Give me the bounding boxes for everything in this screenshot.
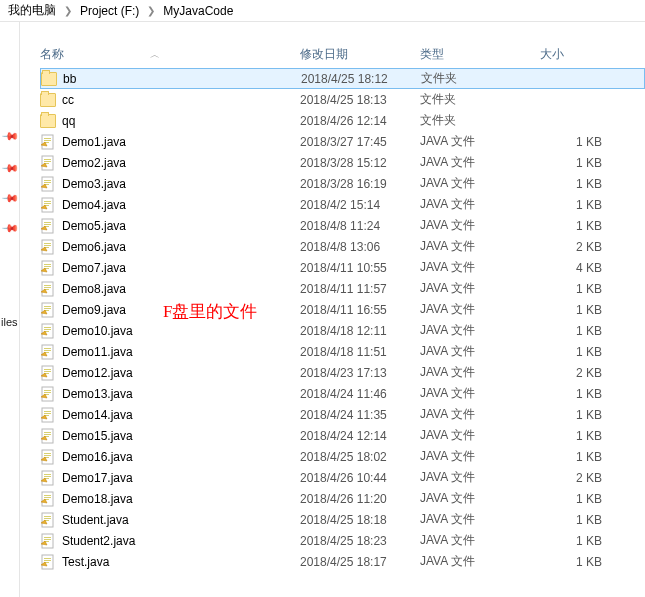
file-date-cell: 2018/4/18 11:51 — [300, 345, 420, 359]
file-type-cell: JAVA 文件 — [420, 175, 540, 192]
svg-rect-74 — [44, 518, 51, 519]
file-name-cell: Demo15.java — [40, 428, 300, 444]
file-name-label: Demo15.java — [62, 429, 133, 443]
file-date-cell: 2018/4/24 12:14 — [300, 429, 420, 443]
column-header-name[interactable]: 名称 ︿ — [40, 46, 300, 63]
file-name-cell: Demo7.java — [40, 260, 300, 276]
file-name-cell: Demo5.java — [40, 218, 300, 234]
file-size-cell: 1 KB — [540, 324, 610, 338]
file-date-cell: 2018/4/26 10:44 — [300, 471, 420, 485]
table-row[interactable]: bb2018/4/25 18:12文件夹 — [40, 68, 645, 89]
file-name-label: Demo5.java — [62, 219, 126, 233]
table-row[interactable]: Demo18.java2018/4/26 11:20JAVA 文件1 KB — [40, 488, 645, 509]
svg-rect-65 — [44, 474, 51, 475]
table-row[interactable]: Demo14.java2018/4/24 11:35JAVA 文件1 KB — [40, 404, 645, 425]
file-type-cell: JAVA 文件 — [420, 238, 540, 255]
java-file-icon — [40, 491, 56, 507]
file-size-cell: 1 KB — [540, 492, 610, 506]
java-file-icon — [40, 344, 56, 360]
table-row[interactable]: qq2018/4/26 12:14文件夹 — [40, 110, 645, 131]
table-row[interactable]: Demo1.java2018/3/27 17:45JAVA 文件1 KB — [40, 131, 645, 152]
file-name-cell: Demo11.java — [40, 344, 300, 360]
column-header-date[interactable]: 修改日期 — [300, 46, 420, 63]
java-file-icon — [40, 260, 56, 276]
svg-rect-78 — [44, 539, 51, 540]
table-row[interactable]: Demo2.java2018/3/28 15:12JAVA 文件1 KB — [40, 152, 645, 173]
table-row[interactable]: Demo3.java2018/3/28 16:19JAVA 文件1 KB — [40, 173, 645, 194]
table-row[interactable]: Demo17.java2018/4/26 10:44JAVA 文件2 KB — [40, 467, 645, 488]
table-row[interactable]: Demo5.java2018/4/8 11:24JAVA 文件1 KB — [40, 215, 645, 236]
breadcrumb-item-folder[interactable]: MyJavaCode — [163, 4, 233, 18]
table-row[interactable]: Demo16.java2018/4/25 18:02JAVA 文件1 KB — [40, 446, 645, 467]
file-name-cell: Demo18.java — [40, 491, 300, 507]
table-row[interactable]: Demo4.java2018/4/2 15:14JAVA 文件1 KB — [40, 194, 645, 215]
file-type-cell: JAVA 文件 — [420, 406, 540, 423]
column-header-size[interactable]: 大小 — [540, 46, 610, 63]
file-name-label: Demo12.java — [62, 366, 133, 380]
breadcrumb-item-drive[interactable]: Project (F:) — [80, 4, 139, 18]
file-date-cell: 2018/4/26 11:20 — [300, 492, 420, 506]
file-name-label: Demo16.java — [62, 450, 133, 464]
file-name-cell: Demo12.java — [40, 365, 300, 381]
svg-rect-13 — [44, 201, 51, 202]
file-type-cell: JAVA 文件 — [420, 532, 540, 549]
file-name-cell: Demo1.java — [40, 134, 300, 150]
svg-rect-34 — [44, 308, 51, 309]
svg-rect-30 — [44, 287, 51, 288]
table-row[interactable]: Test.java2018/4/25 18:17JAVA 文件1 KB — [40, 551, 645, 572]
svg-rect-54 — [44, 413, 51, 414]
table-row[interactable]: Demo8.java2018/4/11 11:57JAVA 文件1 KB — [40, 278, 645, 299]
file-type-cell: JAVA 文件 — [420, 343, 540, 360]
table-row[interactable]: Demo10.java2018/4/18 12:11JAVA 文件1 KB — [40, 320, 645, 341]
svg-rect-53 — [44, 411, 51, 412]
column-header-type[interactable]: 类型 — [420, 46, 540, 63]
file-name-label: Demo1.java — [62, 135, 126, 149]
file-name-cell: Demo4.java — [40, 197, 300, 213]
folder-icon — [40, 93, 56, 107]
svg-rect-42 — [44, 350, 51, 351]
java-file-icon — [40, 512, 56, 528]
file-name-cell: Demo16.java — [40, 449, 300, 465]
file-date-cell: 2018/4/26 12:14 — [300, 114, 420, 128]
table-row[interactable]: Demo6.java2018/4/8 13:06JAVA 文件2 KB — [40, 236, 645, 257]
java-file-icon — [40, 197, 56, 213]
file-type-cell: JAVA 文件 — [420, 469, 540, 486]
file-name-label: Demo14.java — [62, 408, 133, 422]
svg-rect-22 — [44, 245, 51, 246]
file-name-cell: Demo2.java — [40, 155, 300, 171]
java-file-icon — [40, 134, 56, 150]
file-date-cell: 2018/4/25 18:17 — [300, 555, 420, 569]
table-row[interactable]: Student2.java2018/4/25 18:23JAVA 文件1 KB — [40, 530, 645, 551]
java-file-icon — [40, 365, 56, 381]
svg-rect-17 — [44, 222, 51, 223]
file-type-cell: JAVA 文件 — [420, 511, 540, 528]
table-row[interactable]: Student.java2018/4/25 18:18JAVA 文件1 KB — [40, 509, 645, 530]
sort-asc-icon: ︿ — [150, 48, 160, 62]
file-date-cell: 2018/4/25 18:13 — [300, 93, 420, 107]
svg-rect-62 — [44, 455, 51, 456]
svg-rect-69 — [44, 495, 51, 496]
file-name-label: Demo11.java — [62, 345, 133, 359]
breadcrumb[interactable]: 我的电脑 ❯ Project (F:) ❯ MyJavaCode — [0, 0, 645, 22]
table-row[interactable]: Demo13.java2018/4/24 11:46JAVA 文件1 KB — [40, 383, 645, 404]
svg-rect-57 — [44, 432, 51, 433]
file-name-label: Demo13.java — [62, 387, 133, 401]
java-file-icon — [40, 470, 56, 486]
table-row[interactable]: Demo11.java2018/4/18 11:51JAVA 文件1 KB — [40, 341, 645, 362]
table-row[interactable]: Demo7.java2018/4/11 10:55JAVA 文件4 KB — [40, 257, 645, 278]
file-size-cell: 1 KB — [540, 219, 610, 233]
file-type-cell: 文件夹 — [421, 70, 541, 87]
file-date-cell: 2018/3/28 15:12 — [300, 156, 420, 170]
table-row[interactable]: cc2018/4/25 18:13文件夹 — [40, 89, 645, 110]
breadcrumb-item-root[interactable]: 我的电脑 — [8, 2, 56, 19]
svg-rect-41 — [44, 348, 51, 349]
svg-rect-81 — [44, 558, 51, 559]
file-name-label: Student.java — [62, 513, 129, 527]
table-row[interactable]: Demo9.java2018/4/11 16:55JAVA 文件1 KB — [40, 299, 645, 320]
svg-rect-14 — [44, 203, 51, 204]
pin-icon: 📌 — [0, 189, 19, 208]
file-size-cell: 1 KB — [540, 177, 610, 191]
table-row[interactable]: Demo12.java2018/4/23 17:13JAVA 文件2 KB — [40, 362, 645, 383]
table-row[interactable]: Demo15.java2018/4/24 12:14JAVA 文件1 KB — [40, 425, 645, 446]
file-size-cell: 1 KB — [540, 282, 610, 296]
